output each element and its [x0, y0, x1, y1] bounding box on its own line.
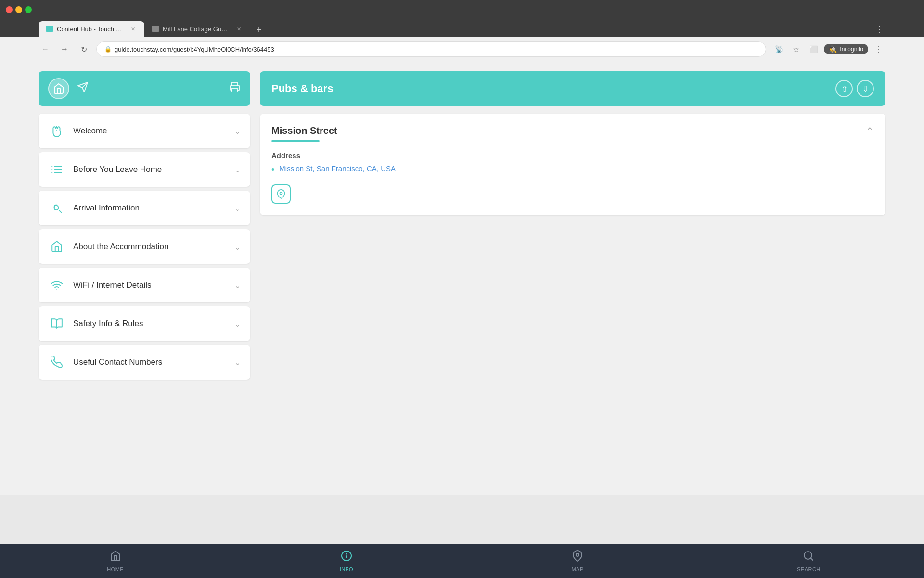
before-leave-chevron: ⌄: [234, 165, 241, 174]
tabs-bar: Content Hub - Touch Stay ✕ Mill Lane Cot…: [0, 19, 924, 37]
browser-window: Content Hub - Touch Stay ✕ Mill Lane Cot…: [0, 0, 924, 495]
nav-up-button[interactable]: ⇧: [835, 80, 853, 97]
incognito-icon: 🕵: [829, 45, 837, 53]
title-bar: [0, 0, 924, 19]
nav-down-button[interactable]: ⇩: [857, 80, 874, 97]
maximize-button[interactable]: [25, 6, 32, 13]
address-bar: ← → ↻ 🔒 guide.touchstay.com/guest/b4YqUM…: [0, 37, 924, 62]
safety-chevron: ⌄: [234, 319, 241, 328]
welcome-chevron: ⌄: [234, 127, 241, 136]
map-pin-button[interactable]: [271, 184, 291, 204]
window-menu-icon[interactable]: ⋮: [873, 22, 886, 37]
wifi-label: WiFi / Internet Details: [73, 280, 234, 290]
accordion-wifi[interactable]: WiFi / Internet Details ⌄: [38, 268, 250, 302]
address-section-label: Address: [271, 151, 874, 159]
address-text: guide.touchstay.com/guest/b4YqUMheOl0CH/…: [115, 46, 758, 53]
accommodation-icon: [48, 238, 65, 255]
incognito-badge[interactable]: 🕵 Incognito: [824, 44, 868, 54]
print-icon[interactable]: [229, 81, 241, 96]
left-panel: Welcome ⌄ Before You Leave Home ⌄: [38, 71, 250, 486]
svg-rect-2: [232, 88, 238, 92]
home-icon[interactable]: [48, 78, 69, 99]
place-title: Mission Street: [271, 125, 337, 136]
address-bullet: •: [271, 165, 274, 175]
svg-point-11: [280, 192, 282, 195]
arrival-chevron: ⌄: [234, 204, 241, 213]
refresh-button[interactable]: ↻: [77, 42, 90, 56]
welcome-icon: [48, 122, 65, 140]
place-card: Mission Street ⌃ Address • Mission St, S…: [260, 114, 886, 215]
accommodation-label: About the Accommodation: [73, 242, 234, 251]
cast-icon[interactable]: 📡: [772, 42, 785, 56]
panel-header: [38, 71, 250, 106]
bookmark-icon[interactable]: ☆: [789, 42, 803, 56]
page-content: Welcome ⌄ Before You Leave Home ⌄: [0, 62, 924, 495]
accordion-before-leave[interactable]: Before You Leave Home ⌄: [38, 152, 250, 187]
forward-button[interactable]: →: [58, 42, 71, 56]
tab-label-1: Content Hub - Touch Stay: [57, 26, 125, 33]
toolbar-icons: 📡 ☆ ⬜ 🕵 Incognito ⋮: [772, 42, 886, 56]
accommodation-chevron: ⌄: [234, 242, 241, 251]
minimize-button[interactable]: [15, 6, 22, 13]
tab-close-1[interactable]: ✕: [129, 25, 137, 33]
traffic-lights: [6, 6, 32, 13]
contact-label: Useful Contact Numbers: [73, 357, 234, 367]
address-input[interactable]: 🔒 guide.touchstay.com/guest/b4YqUMheOl0C…: [96, 41, 766, 57]
accordion-arrival[interactable]: Arrival Information ⌄: [38, 191, 250, 225]
tab-mill-lane[interactable]: Mill Lane Cottage Guest Welc... ✕: [144, 21, 250, 37]
contact-icon: [48, 354, 65, 371]
address-link-row: • Mission St, San Francisco, CA, USA: [271, 164, 874, 175]
split-view-icon[interactable]: ⬜: [807, 42, 820, 56]
arrival-icon: [48, 199, 65, 217]
menu-icon[interactable]: ⋮: [872, 42, 886, 56]
tab-favicon-1: [46, 26, 53, 32]
right-header-title: Pubs & bars: [271, 82, 835, 95]
incognito-label: Incognito: [840, 46, 863, 53]
tab-favicon-2: [152, 26, 159, 32]
wifi-chevron: ⌄: [234, 281, 241, 290]
before-leave-icon: [48, 161, 65, 178]
welcome-label: Welcome: [73, 126, 234, 136]
accordion-contact[interactable]: Useful Contact Numbers ⌄: [38, 345, 250, 380]
arrival-label: Arrival Information: [73, 203, 234, 213]
contact-chevron: ⌄: [234, 358, 241, 367]
tab-label-2: Mill Lane Cottage Guest Welc...: [163, 26, 231, 33]
address-link[interactable]: Mission St, San Francisco, CA, USA: [279, 164, 396, 172]
right-header: Pubs & bars ⇧ ⇩: [260, 71, 886, 106]
right-panel: Pubs & bars ⇧ ⇩ Mission Street ⌃ Address…: [260, 71, 886, 486]
tab-close-2[interactable]: ✕: [235, 25, 243, 33]
accordion-accommodation[interactable]: About the Accommodation ⌄: [38, 229, 250, 264]
lock-icon: 🔒: [104, 46, 112, 53]
new-tab-button[interactable]: +: [252, 23, 266, 37]
accordion-safety[interactable]: Safety Info & Rules ⌄: [38, 306, 250, 341]
tab-content-hub[interactable]: Content Hub - Touch Stay ✕: [38, 21, 144, 37]
wifi-icon: [48, 276, 65, 294]
right-header-nav: ⇧ ⇩: [835, 80, 874, 97]
before-leave-label: Before You Leave Home: [73, 165, 234, 174]
accordion-welcome[interactable]: Welcome ⌄: [38, 114, 250, 148]
send-icon[interactable]: [77, 81, 89, 96]
back-button[interactable]: ←: [38, 42, 52, 56]
safety-icon: [48, 315, 65, 332]
place-title-underline: [271, 140, 320, 142]
collapse-button[interactable]: ⌃: [866, 125, 874, 137]
safety-label: Safety Info & Rules: [73, 319, 234, 328]
close-button[interactable]: [6, 6, 13, 13]
